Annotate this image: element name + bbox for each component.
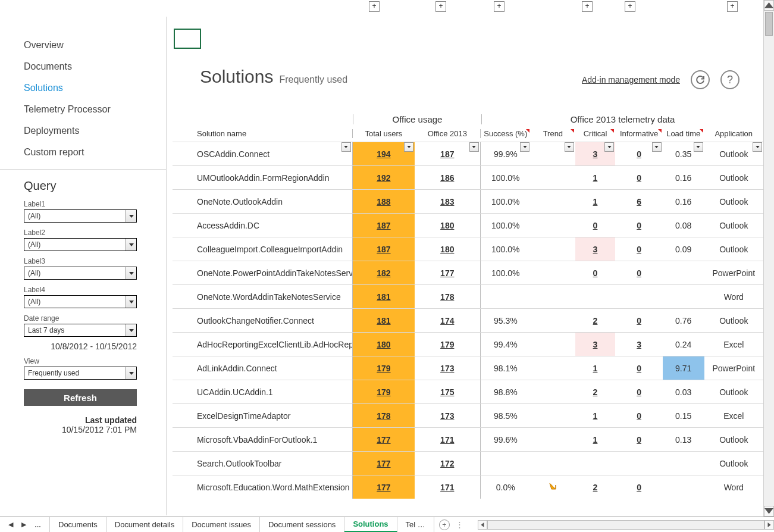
nav-item-solutions[interactable]: Solutions bbox=[24, 77, 166, 99]
column-group-expand-button[interactable]: + bbox=[582, 1, 593, 12]
cell-total-users[interactable]: 179 bbox=[353, 380, 415, 403]
column-header-critical[interactable]: Critical bbox=[575, 129, 616, 138]
cell-office2013[interactable]: 174 bbox=[415, 316, 480, 326]
view-combo[interactable]: Frequently used bbox=[24, 367, 137, 380]
column-filter-button[interactable] bbox=[341, 142, 351, 152]
cell-office2013[interactable]: 180 bbox=[415, 221, 480, 230]
help-icon[interactable]: ? bbox=[720, 70, 739, 89]
cell-informative[interactable]: 0 bbox=[615, 364, 663, 373]
sheet-nav-next-icon[interactable]: ▶ bbox=[21, 521, 26, 528]
nav-item-deployments[interactable]: Deployments bbox=[24, 120, 166, 142]
scroll-thumb[interactable] bbox=[765, 12, 773, 36]
cell-total-users[interactable]: 177 bbox=[353, 475, 415, 499]
cell-total-users[interactable]: 181 bbox=[353, 285, 415, 308]
cell-informative[interactable]: 0 bbox=[615, 173, 663, 183]
column-header-trend[interactable]: Trend bbox=[531, 129, 575, 138]
cell-critical[interactable]: 1 bbox=[575, 364, 616, 373]
column-header-off2013[interactable]: Office 2013 bbox=[415, 129, 480, 138]
cell-total-users[interactable]: 178 bbox=[353, 404, 415, 427]
cell-total-users[interactable]: 188 bbox=[353, 190, 415, 213]
cell-critical[interactable]: 2 bbox=[575, 483, 616, 492]
cell-critical[interactable]: 0 bbox=[575, 221, 616, 230]
cell-office2013[interactable]: 171 bbox=[415, 483, 480, 492]
nav-item-custom-report[interactable]: Custom report bbox=[24, 142, 166, 163]
scroll-up-arrow[interactable] bbox=[764, 0, 774, 11]
cell-critical[interactable]: 1 bbox=[575, 411, 616, 421]
cell-office2013[interactable]: 183 bbox=[415, 197, 480, 206]
column-header-app[interactable]: Application bbox=[704, 129, 763, 138]
column-header-informative[interactable]: Informative bbox=[615, 129, 663, 138]
sheet-tab-solutions[interactable]: Solutions bbox=[344, 517, 397, 532]
filter-combo-label4[interactable]: (All) bbox=[24, 295, 137, 308]
cell-total-users[interactable]: 182 bbox=[353, 261, 415, 284]
cell-total-users[interactable]: 181 bbox=[353, 309, 415, 332]
cell-informative[interactable]: 3 bbox=[615, 340, 663, 349]
scroll-down-arrow[interactable] bbox=[764, 506, 774, 517]
column-header-load[interactable]: Load time bbox=[663, 129, 704, 138]
filter-combo-label1[interactable]: (All) bbox=[24, 209, 137, 223]
cell-total-users[interactable]: 187 bbox=[353, 237, 415, 261]
column-filter-button[interactable] bbox=[469, 142, 479, 152]
refresh-icon[interactable] bbox=[691, 70, 710, 89]
column-filter-button[interactable] bbox=[404, 142, 413, 152]
addin-management-mode-link[interactable]: Add-in management mode bbox=[582, 75, 680, 85]
cell-total-users[interactable]: 179 bbox=[353, 356, 415, 380]
cell-informative[interactable]: 0 bbox=[615, 387, 663, 397]
cell-office2013[interactable]: 179 bbox=[415, 340, 480, 349]
cell-total-users[interactable]: 192 bbox=[353, 166, 415, 189]
cell-office2013[interactable]: 173 bbox=[415, 411, 480, 421]
cell-critical[interactable]: 1 bbox=[575, 173, 616, 183]
column-filter-button[interactable] bbox=[604, 142, 614, 152]
cell-critical[interactable]: 3 bbox=[575, 237, 616, 261]
cell-informative[interactable]: 0 bbox=[615, 483, 663, 492]
scroll-left-arrow[interactable] bbox=[478, 520, 487, 530]
filter-combo-label2[interactable]: (All) bbox=[24, 238, 137, 251]
cell-total-users[interactable]: 177 bbox=[353, 428, 415, 451]
cell-total-users[interactable]: 187 bbox=[353, 214, 415, 237]
column-header-success[interactable]: Success (%) bbox=[481, 129, 531, 138]
cell-critical[interactable]: 2 bbox=[575, 316, 616, 326]
column-filter-button[interactable] bbox=[753, 142, 762, 152]
cell-office2013[interactable]: 172 bbox=[415, 459, 480, 468]
sheet-nav-more-icon[interactable]: … bbox=[35, 521, 41, 528]
refresh-button[interactable]: Refresh bbox=[24, 389, 137, 406]
cell-informative[interactable]: 0 bbox=[615, 316, 663, 326]
cell-critical[interactable]: 1 bbox=[575, 197, 616, 206]
cell-office2013[interactable]: 171 bbox=[415, 435, 480, 445]
column-group-expand-button[interactable]: + bbox=[625, 1, 635, 12]
column-filter-button[interactable] bbox=[520, 142, 529, 152]
cell-informative[interactable]: 0 bbox=[615, 435, 663, 445]
sheet-tab-tel-[interactable]: Tel … bbox=[397, 517, 434, 532]
cell-informative[interactable]: 6 bbox=[615, 197, 663, 206]
filter-combo-label3[interactable]: (All) bbox=[24, 267, 137, 280]
nav-item-overview[interactable]: Overview bbox=[24, 35, 166, 56]
cell-informative[interactable]: 0 bbox=[615, 268, 663, 278]
vertical-scrollbar[interactable] bbox=[763, 0, 774, 517]
horizontal-scrollbar[interactable] bbox=[478, 520, 774, 530]
cell-total-users[interactable]: 177 bbox=[353, 452, 415, 475]
sheet-tab-document-issues[interactable]: Document issues bbox=[183, 517, 260, 532]
sheet-tab-documents[interactable]: Documents bbox=[49, 517, 106, 532]
column-group-expand-button[interactable]: + bbox=[435, 1, 446, 12]
column-group-expand-button[interactable]: + bbox=[727, 1, 738, 12]
column-group-expand-button[interactable]: + bbox=[494, 1, 504, 12]
cell-critical[interactable]: 2 bbox=[575, 387, 616, 397]
sheet-tab-document-sessions[interactable]: Document sessions bbox=[260, 517, 344, 532]
column-filter-button[interactable] bbox=[652, 142, 662, 152]
nav-item-documents[interactable]: Documents bbox=[24, 56, 166, 77]
cell-total-users[interactable]: 180 bbox=[353, 333, 415, 356]
cell-informative[interactable]: 0 bbox=[615, 245, 663, 254]
column-group-expand-button[interactable]: + bbox=[369, 1, 380, 12]
cell-office2013[interactable]: 178 bbox=[415, 292, 480, 302]
cell-office2013[interactable]: 186 bbox=[415, 173, 480, 183]
cell-office2013[interactable]: 180 bbox=[415, 245, 480, 254]
cell-informative[interactable]: 0 bbox=[615, 221, 663, 230]
column-header-totusers[interactable]: Total users bbox=[353, 129, 415, 138]
date-range-combo[interactable]: Last 7 days bbox=[24, 324, 137, 337]
cell-office2013[interactable]: 173 bbox=[415, 364, 480, 373]
column-filter-button[interactable] bbox=[694, 142, 703, 152]
sheet-nav-prev-icon[interactable]: ◀ bbox=[8, 521, 13, 528]
cell-office2013[interactable]: 177 bbox=[415, 268, 480, 278]
cell-informative[interactable]: 0 bbox=[615, 411, 663, 421]
add-sheet-button[interactable]: + bbox=[439, 520, 450, 530]
